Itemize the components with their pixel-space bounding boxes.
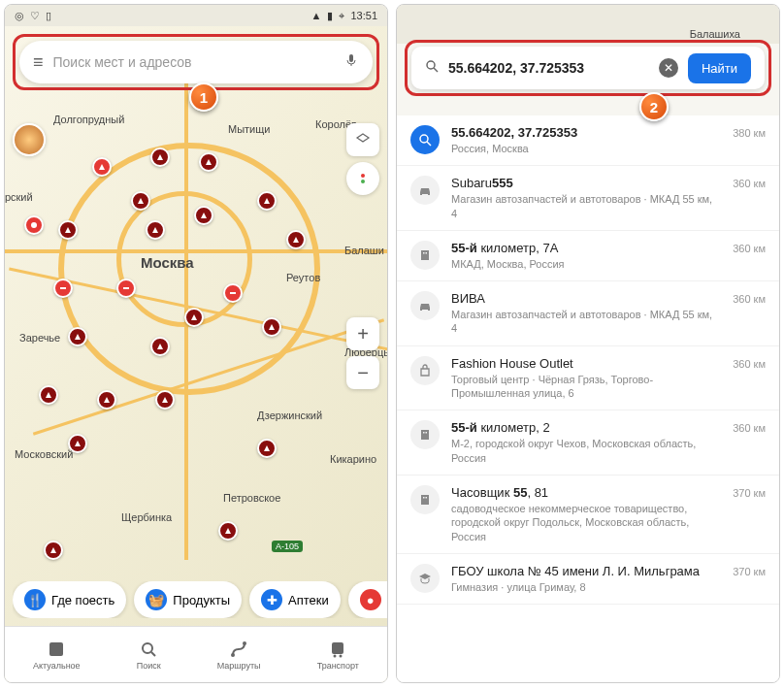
traffic-marker[interactable]: [286, 230, 306, 249]
search-highlight: ✕ Найти: [405, 40, 771, 96]
traffic-marker[interactable]: [39, 385, 58, 405]
result-row[interactable]: ВИВА Магазин автозапчастей и автотоваров…: [397, 281, 779, 346]
clear-button[interactable]: ✕: [659, 58, 678, 78]
svg-rect-25: [421, 495, 429, 505]
result-title: Fashion House Outlet: [451, 356, 721, 371]
svg-point-5: [361, 180, 365, 183]
searchbar[interactable]: ≡: [19, 41, 373, 83]
traffic-marker[interactable]: [262, 317, 281, 337]
traffic-marker[interactable]: [92, 157, 112, 177]
traffic-marker[interactable]: [257, 439, 277, 458]
traffic-marker[interactable]: [150, 148, 170, 167]
nav-label: Поиск: [137, 661, 161, 671]
result-row[interactable]: 55-й километр, 2 М-2, городской округ Че…: [397, 410, 779, 476]
building-icon: [410, 241, 440, 270]
chip-Продукты[interactable]: 🧺Продукты: [134, 581, 242, 618]
traffic-marker[interactable]: [68, 327, 87, 346]
search-results[interactable]: 55.664202, 37.725353 Россия, Москва 380 …: [397, 115, 779, 682]
result-subtitle: Гимназия · улица Гримау, 8: [451, 580, 721, 594]
traffic-marker[interactable]: [116, 279, 136, 298]
result-distance: 360 км: [733, 420, 766, 434]
bag-icon: [410, 356, 440, 385]
traffic-marker[interactable]: [194, 206, 213, 225]
car-icon: [410, 176, 440, 205]
location-icon: ⌖: [339, 10, 344, 22]
traffic-marker[interactable]: [146, 220, 165, 240]
result-subtitle: Торговый центр · Чёрная Грязь, Торгово-П…: [451, 373, 721, 401]
nav-bus[interactable]: Транспорт: [317, 640, 359, 671]
result-row[interactable]: ГБОУ школа № 45 имени Л. И. Мильграма Ги…: [397, 554, 779, 605]
nav-search[interactable]: Поиск: [137, 640, 161, 671]
svg-rect-19: [421, 250, 429, 260]
result-row[interactable]: Fashion House Outlet Торговый центр · Чё…: [397, 346, 779, 411]
clock: 13:51: [350, 10, 377, 21]
fork-icon: 🍴: [24, 589, 46, 610]
traffic-marker[interactable]: [97, 390, 116, 410]
search-input[interactable]: [53, 54, 334, 70]
grad-icon: [410, 564, 440, 593]
building-icon: [410, 420, 440, 449]
nav-route[interactable]: Маршруты: [217, 640, 261, 671]
chip-Аптеки[interactable]: ✚Аптеки: [249, 581, 341, 618]
city-moscow: Москва: [141, 254, 194, 271]
screen-results: ◎ ♡ ▯ ▲ ▮ ⌖ 13:52 Балашиха ✕ Найти 2: [396, 4, 780, 683]
chip-label: Где поесть: [51, 593, 114, 607]
search-icon: [139, 640, 158, 659]
svg-point-14: [340, 654, 343, 657]
city-shcherbinka: Щербинка: [121, 511, 172, 523]
traffic-marker[interactable]: [58, 220, 78, 240]
traffic-marker[interactable]: [184, 308, 204, 327]
searchbar[interactable]: ✕ Найти: [411, 47, 765, 89]
basket-icon: 🧺: [146, 589, 167, 610]
svg-point-15: [427, 61, 435, 69]
traffic-marker[interactable]: [53, 279, 73, 298]
traffic-marker[interactable]: [199, 152, 218, 172]
svg-rect-6: [349, 54, 353, 62]
result-row[interactable]: 55-й километр, 7А МКАД, Москва, Россия 3…: [397, 231, 779, 281]
nav-feed[interactable]: Актуальное: [33, 640, 81, 671]
result-row[interactable]: Часовщик 55, 81 садоводческое некоммерче…: [397, 476, 779, 554]
building-icon: [410, 485, 440, 514]
zoom-out-button[interactable]: −: [346, 356, 379, 389]
svg-point-8: [143, 643, 152, 653]
svg-rect-7: [49, 642, 63, 656]
plus-icon: ✚: [261, 589, 282, 610]
svg-line-18: [427, 142, 431, 146]
svg-rect-24: [426, 432, 428, 434]
search-blue-icon: [410, 125, 440, 154]
layers-button[interactable]: [346, 123, 379, 156]
statusbar: ◎ ♡ ▯ ▲ ▮ ⌖ 13:51: [5, 5, 387, 26]
nav-label: Маршруты: [217, 661, 261, 671]
zoom-in-button[interactable]: +: [346, 317, 379, 350]
result-subtitle: Магазин автозапчастей и автотоваров · МК…: [451, 308, 721, 336]
city-moskovsky: Московский: [15, 448, 73, 460]
callout-badge-2: 2: [639, 92, 669, 121]
result-row[interactable]: Subaru555 Магазин автозапчастей и автото…: [397, 166, 779, 231]
result-distance: 360 км: [733, 291, 766, 305]
result-subtitle: Магазин автозапчастей и автотоваров · МК…: [451, 192, 721, 220]
traffic-marker[interactable]: [68, 434, 87, 453]
traffic-marker[interactable]: [257, 191, 277, 211]
traffic-toggle[interactable]: [346, 162, 379, 195]
city-balashikha-bg: Балашиха: [690, 28, 740, 40]
traffic-marker[interactable]: [223, 283, 243, 303]
chip-Где поесть[interactable]: 🍴Где поесть: [13, 581, 126, 618]
svg-rect-23: [423, 432, 425, 434]
city-mytischi: Мытищи: [228, 123, 270, 135]
city-dolgoprudny: Долгопрудный: [53, 114, 124, 125]
traffic-marker[interactable]: [155, 390, 175, 410]
traffic-marker[interactable]: [150, 337, 170, 356]
traffic-marker[interactable]: [218, 521, 238, 541]
traffic-marker[interactable]: [44, 541, 63, 560]
search-input[interactable]: [448, 60, 649, 76]
find-button[interactable]: Найти: [688, 53, 751, 83]
avatar[interactable]: [13, 123, 46, 156]
chip-К[interactable]: ●К: [348, 581, 387, 618]
result-row[interactable]: 55.664202, 37.725353 Россия, Москва 380 …: [397, 115, 779, 166]
traffic-marker[interactable]: [131, 191, 150, 211]
result-title: 55-й километр, 2: [451, 420, 721, 435]
svg-rect-20: [423, 252, 425, 254]
menu-icon[interactable]: ≡: [33, 52, 44, 73]
traffic-marker[interactable]: [24, 215, 44, 235]
mic-icon[interactable]: [343, 52, 359, 72]
